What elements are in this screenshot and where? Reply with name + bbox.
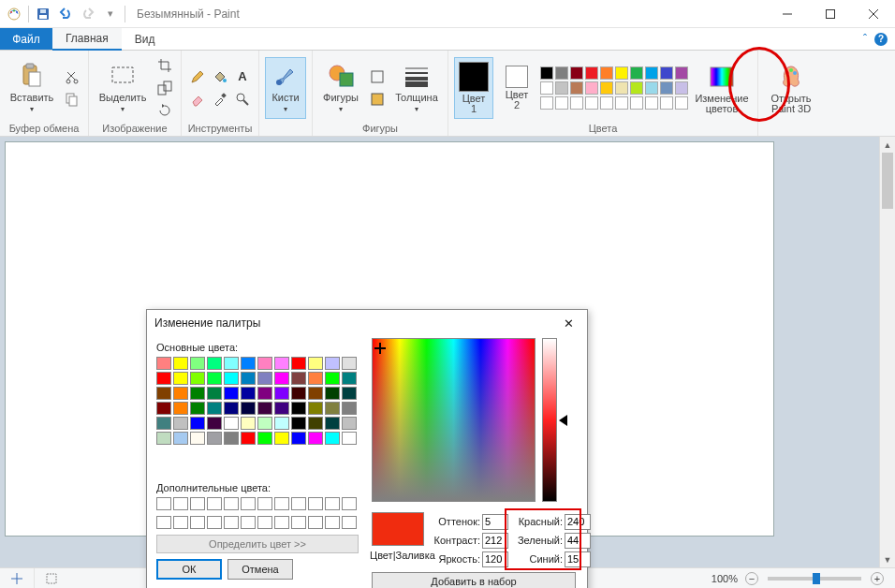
basic-color-swatch[interactable] [342, 387, 357, 400]
tab-home[interactable]: Главная [52, 28, 122, 51]
palette-swatch[interactable] [630, 66, 643, 80]
basic-color-swatch[interactable] [156, 417, 171, 430]
basic-color-swatch[interactable] [156, 357, 171, 370]
basic-color-swatch[interactable] [156, 432, 171, 445]
palette-swatch[interactable] [585, 81, 598, 95]
basic-color-swatch[interactable] [224, 357, 239, 370]
palette-swatch[interactable] [645, 96, 658, 110]
basic-color-swatch[interactable] [325, 417, 340, 430]
basic-color-swatch[interactable] [190, 372, 205, 385]
basic-color-swatch[interactable] [173, 432, 188, 445]
basic-color-swatch[interactable] [241, 402, 256, 415]
basic-color-swatch[interactable] [207, 432, 222, 445]
palette-swatch[interactable] [585, 66, 598, 80]
scroll-down-icon[interactable]: ▼ [880, 551, 895, 567]
green-input[interactable] [565, 533, 591, 549]
shapes-button[interactable]: Фигуры▾ [318, 57, 363, 119]
basic-color-swatch[interactable] [342, 357, 357, 370]
basic-color-swatch[interactable] [224, 372, 239, 385]
palette-swatch[interactable] [555, 66, 568, 80]
minimize-button[interactable] [766, 0, 809, 28]
dialog-close-button[interactable]: ✕ [557, 312, 580, 334]
basic-color-swatch[interactable] [274, 402, 289, 415]
fill-icon[interactable] [210, 66, 230, 87]
basic-color-swatch[interactable] [274, 357, 289, 370]
basic-color-swatch[interactable] [173, 357, 188, 370]
red-input[interactable] [565, 514, 591, 530]
basic-color-swatch[interactable] [308, 417, 323, 430]
redo-icon[interactable] [78, 4, 98, 24]
basic-color-swatch[interactable] [325, 432, 340, 445]
palette-swatch[interactable] [585, 96, 598, 110]
basic-color-swatch[interactable] [241, 417, 256, 430]
vertical-scrollbar[interactable]: ▲ ▼ [879, 137, 895, 567]
collapse-ribbon-icon[interactable]: ˆ [863, 33, 867, 46]
edit-colors-button[interactable]: Изменение цветов [692, 57, 752, 119]
zoom-in-button[interactable]: + [871, 572, 884, 585]
basic-color-swatch[interactable] [342, 432, 357, 445]
basic-color-swatch[interactable] [173, 417, 188, 430]
palette-swatch[interactable] [645, 66, 658, 80]
ok-button[interactable]: ОК [156, 559, 222, 580]
palette-swatch[interactable] [630, 81, 643, 95]
palette-swatch[interactable] [615, 96, 628, 110]
eraser-icon[interactable] [187, 89, 208, 110]
basic-color-swatch[interactable] [224, 387, 239, 400]
basic-color-swatch[interactable] [207, 402, 222, 415]
basic-color-swatch[interactable] [274, 432, 289, 445]
palette-swatch[interactable] [615, 81, 628, 95]
zoom-out-button[interactable]: − [745, 572, 758, 585]
luminance-slider[interactable] [542, 338, 557, 502]
basic-color-swatch[interactable] [291, 402, 306, 415]
thickness-button[interactable]: Толщина▾ [391, 57, 442, 119]
palette-swatch[interactable] [660, 96, 673, 110]
palette-swatch[interactable] [645, 81, 658, 95]
help-icon[interactable]: ? [874, 33, 888, 46]
palette-swatch[interactable] [660, 81, 673, 95]
tab-file[interactable]: Файл [0, 28, 52, 50]
basic-color-swatch[interactable] [156, 372, 171, 385]
basic-color-swatch[interactable] [190, 387, 205, 400]
basic-color-swatch[interactable] [308, 357, 323, 370]
basic-color-swatch[interactable] [342, 402, 357, 415]
sat-input[interactable] [482, 533, 508, 549]
palette-swatch[interactable] [570, 66, 583, 80]
basic-color-swatch[interactable] [173, 372, 188, 385]
color2-button[interactable]: Цвет 2 [497, 57, 536, 119]
palette-swatch[interactable] [675, 96, 688, 110]
undo-icon[interactable] [55, 4, 76, 24]
basic-color-swatch[interactable] [241, 357, 256, 370]
magnifier-icon[interactable] [232, 89, 253, 110]
basic-color-swatch[interactable] [207, 357, 222, 370]
basic-color-swatch[interactable] [291, 372, 306, 385]
basic-color-swatch[interactable] [190, 432, 205, 445]
crop-icon[interactable] [154, 55, 175, 76]
palette-swatch[interactable] [570, 96, 583, 110]
basic-color-swatch[interactable] [291, 387, 306, 400]
palette-swatch[interactable] [600, 81, 613, 95]
basic-color-swatch[interactable] [190, 402, 205, 415]
basic-color-swatch[interactable] [325, 387, 340, 400]
palette-swatch[interactable] [555, 96, 568, 110]
qat-more-icon[interactable]: ▾ [100, 4, 121, 24]
select-button[interactable]: Выделить▾ [95, 57, 151, 119]
fill-style-icon[interactable] [367, 89, 388, 110]
resize-icon[interactable] [154, 78, 175, 98]
lum-input[interactable] [482, 551, 508, 567]
basic-color-swatch[interactable] [257, 372, 272, 385]
paste-button[interactable]: Вставить▾ [6, 57, 58, 119]
basic-color-swatch[interactable] [291, 432, 306, 445]
basic-color-swatch[interactable] [257, 387, 272, 400]
palette-swatch[interactable] [600, 66, 613, 80]
zoom-knob[interactable] [813, 573, 820, 584]
basic-color-swatch[interactable] [308, 372, 323, 385]
maximize-button[interactable] [809, 0, 852, 28]
basic-color-swatch[interactable] [257, 432, 272, 445]
basic-color-swatch[interactable] [274, 372, 289, 385]
palette-swatch[interactable] [630, 96, 643, 110]
basic-color-swatch[interactable] [308, 387, 323, 400]
basic-color-swatch[interactable] [257, 402, 272, 415]
rotate-icon[interactable] [154, 100, 175, 121]
basic-color-swatch[interactable] [190, 417, 205, 430]
close-button[interactable] [852, 0, 895, 28]
